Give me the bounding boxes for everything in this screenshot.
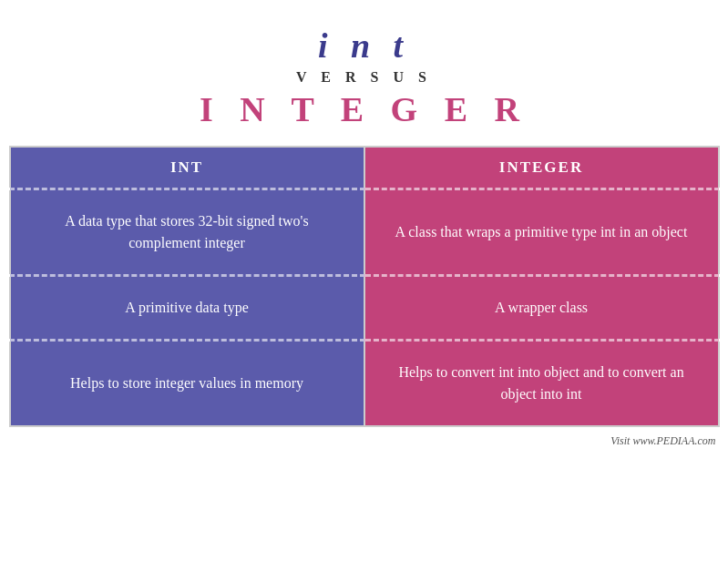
title-integer: I N T E G E R bbox=[200, 89, 528, 129]
table-row: Helps to store integer values in memory … bbox=[10, 341, 719, 427]
table-row: A data type that stores 32-bit signed tw… bbox=[10, 189, 719, 276]
int-cell-1: A data type that stores 32-bit signed tw… bbox=[10, 189, 364, 276]
title-versus: V E R S U S bbox=[200, 69, 528, 86]
int-cell-3: Helps to store integer values in memory bbox=[10, 341, 364, 427]
table-header-row: INT INTEGER bbox=[10, 147, 719, 189]
footer-text: Visit www.PEDIAA.com bbox=[610, 434, 715, 447]
title-int: i n t bbox=[200, 25, 528, 66]
footer: Visit www.PEDIAA.com bbox=[9, 427, 720, 452]
integer-cell-1: A class that wraps a primitive type int … bbox=[364, 189, 719, 276]
page-header: i n t V E R S U S I N T E G E R bbox=[181, 0, 547, 146]
comparison-table: INT INTEGER A data type that stores 32-b… bbox=[9, 146, 720, 427]
int-cell-2: A primitive data type bbox=[10, 276, 364, 341]
col-integer-header: INTEGER bbox=[364, 147, 719, 189]
integer-cell-2: A wrapper class bbox=[364, 276, 719, 341]
table-row: A primitive data type A wrapper class bbox=[10, 276, 719, 341]
integer-cell-3: Helps to convert int into object and to … bbox=[364, 341, 719, 427]
col-int-header: INT bbox=[10, 147, 364, 189]
